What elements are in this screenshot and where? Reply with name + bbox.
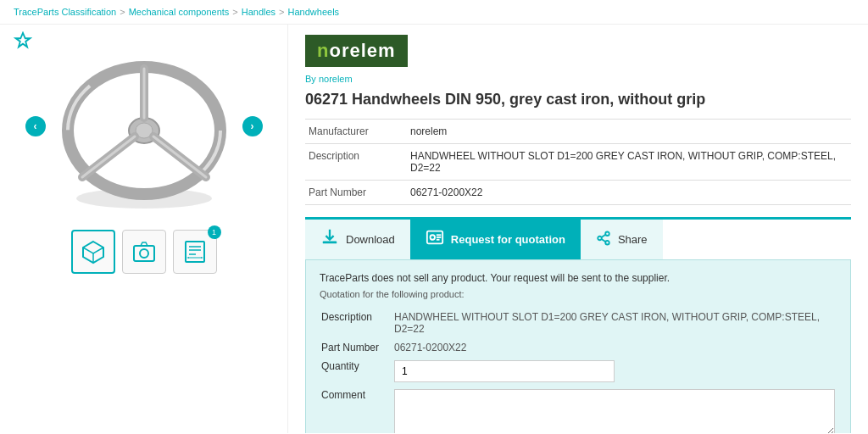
quotation-sub-note: Quotation for the following product: (320, 289, 837, 299)
q-quantity-label: Quantity (320, 357, 392, 386)
q-row-description: Description HANDWHEEL WITHOUT SLOT D1=20… (320, 308, 837, 338)
svg-rect-22 (323, 242, 337, 244)
svg-rect-13 (134, 246, 154, 261)
breadcrumb-sep-3: > (279, 7, 284, 17)
action-bar: Download Request for quotation (305, 217, 851, 259)
thumbnail-photo[interactable] (122, 230, 166, 274)
part-number-value: 06271-0200X22 (407, 181, 851, 205)
prev-image-button[interactable]: ‹ (25, 116, 46, 136)
svg-line-10 (153, 136, 206, 177)
download-button[interactable]: Download (305, 220, 410, 259)
svg-line-32 (601, 238, 605, 241)
svg-point-30 (605, 241, 609, 245)
breadcrumb-item-4[interactable]: Handwheels (288, 7, 340, 17)
camera-icon (131, 238, 158, 265)
breadcrumb-item-3[interactable]: Handles (242, 7, 275, 17)
rfq-icon (426, 228, 444, 251)
share-button[interactable]: Share (581, 220, 663, 259)
thumbnail-drawing[interactable]: 1 (173, 230, 217, 274)
quotation-details-table: Description HANDWHEEL WITHOUT SLOT D1=20… (320, 308, 837, 433)
q-row-comment: Comment (320, 386, 837, 433)
svg-rect-15 (186, 242, 204, 262)
download-label: Download (346, 233, 395, 246)
download-icon (320, 228, 339, 251)
q-part-number-label: Part Number (320, 338, 392, 357)
thumbnail-3d[interactable] (71, 230, 115, 274)
q-row-part-number: Part Number 06271-0200X22 (320, 338, 837, 357)
thumbnail-row: 1 (71, 230, 217, 274)
info-row-manufacturer: Manufacturer norelem (305, 120, 851, 144)
breadcrumb-item-2[interactable]: Mechanical components (129, 7, 230, 17)
drawing-badge: 1 (208, 225, 221, 239)
svg-marker-21 (201, 257, 203, 259)
by-brand[interactable]: By norelem (305, 74, 851, 84)
product-info-table: Manufacturer norelem Description HANDWHE… (305, 119, 851, 205)
breadcrumb: TraceParts Classification > Mechanical c… (0, 0, 868, 25)
left-panel: ‹ › (0, 25, 288, 433)
share-label: Share (618, 233, 648, 246)
svg-point-29 (598, 236, 602, 240)
product-title: 06271 Handwheels DIN 950, grey cast iron… (305, 91, 851, 108)
q-quantity-cell (392, 357, 837, 386)
manufacturer-label: Manufacturer (305, 120, 407, 144)
description-label: Description (305, 144, 407, 181)
product-image (42, 42, 246, 211)
quotation-note: TraceParts does not sell any product. Yo… (320, 272, 837, 284)
quotation-panel: TraceParts does not sell any product. Yo… (305, 259, 851, 433)
comment-textarea[interactable] (394, 389, 835, 433)
right-panel: norelem By norelem 06271 Handwheels DIN … (288, 25, 868, 433)
breadcrumb-sep-1: > (120, 7, 125, 17)
q-comment-cell (392, 386, 837, 433)
svg-point-24 (430, 235, 435, 240)
quantity-input[interactable] (394, 360, 615, 382)
breadcrumb-sep-2: > (232, 7, 237, 17)
brand-logo: norelem (305, 35, 408, 67)
q-description-value: HANDWHEEL WITHOUT SLOT D1=200 GREY CAST … (392, 308, 837, 338)
share-icon (596, 231, 611, 249)
q-part-number-value: 06271-0200X22 (392, 338, 837, 357)
breadcrumb-item-1[interactable]: TraceParts Classification (14, 7, 116, 17)
manufacturer-value: norelem (407, 120, 851, 144)
drawing-icon (181, 238, 209, 265)
svg-marker-20 (186, 257, 189, 259)
info-row-part-number: Part Number 06271-0200X22 (305, 181, 851, 205)
rfq-button[interactable]: Request for quotation (410, 220, 581, 259)
cube-icon (80, 238, 107, 265)
svg-line-31 (601, 234, 605, 236)
description-value: HANDWHEEL WITHOUT SLOT D1=200 GREY CAST … (407, 144, 851, 181)
part-number-label: Part Number (305, 181, 407, 205)
info-row-description: Description HANDWHEEL WITHOUT SLOT D1=20… (305, 144, 851, 181)
q-description-label: Description (320, 308, 392, 338)
main-layout: ‹ › (0, 25, 868, 433)
product-image-area: ‹ › (25, 33, 263, 220)
next-image-button[interactable]: › (242, 116, 263, 136)
q-comment-label: Comment (320, 386, 392, 433)
svg-point-28 (605, 231, 609, 236)
svg-line-9 (82, 136, 135, 177)
svg-point-14 (140, 249, 148, 258)
rfq-label: Request for quotation (451, 233, 565, 246)
q-row-quantity: Quantity (320, 357, 837, 386)
